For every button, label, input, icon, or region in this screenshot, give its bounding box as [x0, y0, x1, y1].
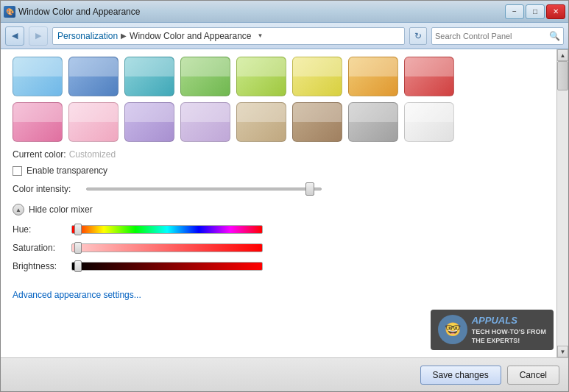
swatch-red[interactable]	[404, 57, 454, 96]
hide-mixer-toggle[interactable]: ▲ Hide color mixer	[13, 204, 545, 215]
main-window: 🎨 Window Color and Appearance − □ ✕ ◀ ▶ …	[0, 0, 569, 392]
swatch-teal[interactable]	[124, 57, 174, 96]
intensity-slider-track	[86, 188, 322, 190]
swatch-pink[interactable]	[13, 102, 63, 142]
swatch-yellow[interactable]	[292, 57, 342, 96]
forward-button[interactable]: ▶	[29, 26, 48, 46]
back-button[interactable]: ◀	[5, 26, 24, 46]
transparency-checkbox[interactable]	[13, 166, 22, 176]
swatch-gray[interactable]	[348, 102, 398, 142]
bottom-bar: Save changes Cancel	[1, 357, 568, 391]
brightness-track	[71, 262, 263, 271]
saturation-slider-container	[71, 241, 263, 254]
swatch-orange[interactable]	[348, 57, 398, 96]
current-color-row: Current color: Customized	[13, 149, 545, 160]
cancel-button[interactable]: Cancel	[507, 366, 559, 385]
mixer-toggle-icon: ▲	[13, 204, 24, 215]
swatch-brown[interactable]	[292, 102, 342, 142]
saturation-label: Saturation:	[13, 243, 64, 253]
color-mixer-section: Hue: Saturation: Brightness:	[13, 223, 545, 273]
hue-row: Hue:	[13, 223, 545, 236]
breadcrumb-current: Window Color and Appearance	[130, 31, 251, 41]
title-bar: 🎨 Window Color and Appearance − □ ✕	[1, 1, 568, 23]
content-area: Current color: Customized Enable transpa…	[1, 49, 568, 357]
window-title: Window Color and Appearance	[18, 7, 140, 17]
transparency-row: Enable transparency	[13, 165, 545, 176]
swatch-blue[interactable]	[68, 57, 119, 96]
swatch-tan[interactable]	[236, 102, 286, 142]
search-icon[interactable]: 🔍	[549, 31, 560, 41]
color-swatches-row2	[13, 102, 545, 142]
intensity-slider-thumb[interactable]	[305, 182, 314, 196]
scrollbar-up-button[interactable]: ▲	[557, 49, 568, 61]
breadcrumb-separator: ▶	[121, 32, 127, 40]
hue-slider-thumb[interactable]	[74, 224, 82, 235]
hue-slider-container	[71, 223, 263, 236]
saturation-slider-thumb[interactable]	[74, 242, 82, 254]
intensity-row: Color intensity:	[13, 182, 545, 196]
scrollbar-track[interactable]	[557, 61, 568, 346]
brightness-row: Brightness:	[13, 260, 545, 273]
title-controls: − □ ✕	[505, 4, 565, 19]
current-color-label: Current color:	[13, 149, 66, 160]
intensity-label: Color intensity:	[13, 184, 79, 194]
color-swatches-row1	[13, 57, 545, 96]
search-input[interactable]	[435, 32, 546, 40]
swatch-lavender[interactable]	[124, 102, 174, 142]
swatch-lilac[interactable]	[180, 102, 230, 142]
brightness-slider-thumb[interactable]	[74, 260, 82, 272]
brightness-slider-container	[71, 260, 263, 273]
maximize-button[interactable]: □	[526, 4, 545, 19]
breadcrumb-dropdown-icon[interactable]: ▼	[255, 30, 266, 42]
scrollbar-thumb[interactable]	[557, 61, 568, 90]
intensity-slider-container	[86, 182, 322, 196]
refresh-button[interactable]: ↻	[409, 27, 427, 45]
saturation-track	[71, 243, 263, 252]
window-icon: 🎨	[4, 6, 15, 18]
current-color-value: Customized	[69, 149, 116, 160]
address-bar: ◀ ▶ Personalization ▶ Window Color and A…	[1, 23, 568, 49]
title-bar-left: 🎨 Window Color and Appearance	[4, 6, 140, 18]
breadcrumb-parent[interactable]: Personalization	[57, 31, 118, 41]
search-bar: 🔍	[431, 27, 564, 45]
breadcrumb: Personalization ▶ Window Color and Appea…	[52, 27, 405, 45]
close-button[interactable]: ✕	[546, 4, 565, 19]
advanced-appearance-link[interactable]: Advanced appearance settings...	[13, 290, 141, 300]
swatch-sky[interactable]	[13, 57, 63, 96]
hue-track	[71, 225, 263, 234]
main-content: Current color: Customized Enable transpa…	[1, 49, 556, 357]
brightness-label: Brightness:	[13, 261, 64, 271]
hue-label: Hue:	[13, 224, 64, 235]
hide-mixer-label: Hide color mixer	[29, 204, 93, 215]
swatch-lime[interactable]	[236, 57, 286, 96]
swatch-green[interactable]	[180, 57, 230, 96]
transparency-label: Enable transparency	[26, 165, 107, 176]
saturation-row: Saturation:	[13, 241, 545, 254]
scrollbar-down-button[interactable]: ▼	[557, 346, 568, 357]
swatch-lightpink[interactable]	[68, 102, 119, 142]
minimize-button[interactable]: −	[505, 4, 524, 19]
save-changes-button[interactable]: Save changes	[420, 366, 501, 385]
swatch-white[interactable]	[404, 102, 454, 142]
scrollbar: ▲ ▼	[556, 49, 568, 357]
